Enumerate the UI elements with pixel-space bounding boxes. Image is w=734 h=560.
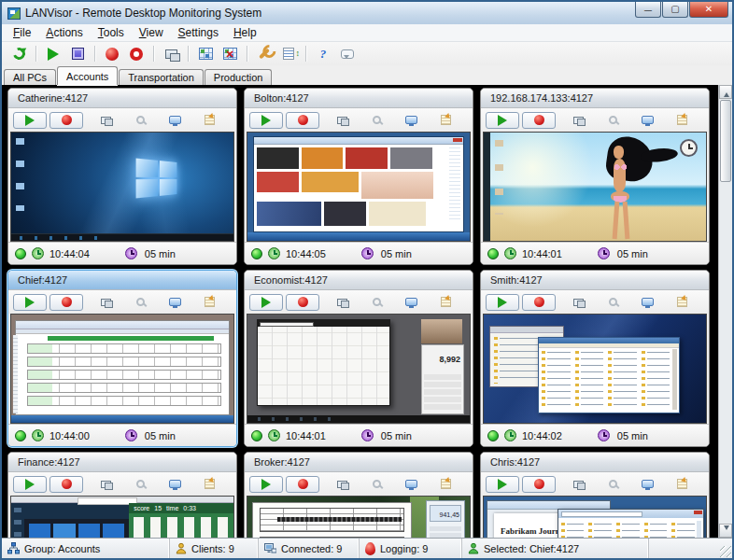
panel-zoom-button[interactable] [364, 476, 388, 493]
panel-connect-button[interactable] [330, 476, 354, 493]
menu-tools[interactable]: Tools [91, 25, 132, 40]
panel-zoom-button[interactable] [128, 112, 152, 129]
client-panel-chief[interactable]: Chief:4127 [7, 270, 237, 447]
panel-play-button[interactable] [13, 112, 47, 129]
desktop-thumbnail-finance[interactable]: score 15 time 0:33 [10, 496, 234, 538]
panel-play-button[interactable] [486, 294, 519, 311]
panel-zoom-button[interactable] [600, 476, 625, 493]
panel-monitor-button[interactable] [162, 476, 187, 493]
panel-play-button[interactable] [249, 294, 283, 311]
connect-button[interactable] [159, 44, 183, 64]
title-bar[interactable]: LANVisor - Remote Desktop Monitoring Sys… [2, 2, 732, 24]
client-panel-chris[interactable]: Chris:4127 Fabrikam Journal Organization… [480, 452, 710, 538]
panel-record-button[interactable] [522, 476, 556, 493]
tab-production[interactable]: Production [205, 69, 273, 85]
show-grid-button[interactable] [193, 44, 218, 64]
panel-zoom-button[interactable] [364, 112, 388, 129]
settings-button[interactable] [252, 44, 276, 64]
close-grid-button[interactable] [218, 44, 242, 64]
panel-title[interactable]: Broker:4127 [245, 453, 473, 472]
panel-play-button[interactable] [249, 476, 283, 493]
tab-transportation[interactable]: Transportation [119, 69, 204, 85]
client-panel-bolton[interactable]: Bolton:4127 [244, 88, 473, 265]
panel-notes-button[interactable] [197, 294, 221, 311]
panel-zoom-button[interactable] [600, 112, 625, 129]
panel-zoom-button[interactable] [364, 294, 388, 311]
start-recording-button[interactable] [100, 44, 124, 64]
maximize-button[interactable] [662, 2, 688, 18]
panel-record-button[interactable] [522, 112, 556, 129]
panel-zoom-button[interactable] [128, 476, 152, 493]
desktop-thumbnail-economist[interactable]: 8,992 [247, 314, 471, 424]
client-panel-smith[interactable]: Smith:4127 [480, 270, 710, 447]
panel-connect-button[interactable] [93, 294, 118, 311]
feedback-button[interactable] [335, 44, 360, 64]
panel-record-button[interactable] [49, 112, 83, 129]
desktop-thumbnail-chris[interactable]: Fabrikam Journal Organizational Realignm… [483, 496, 707, 538]
panel-connect-button[interactable] [566, 294, 590, 311]
panel-record-button[interactable] [49, 294, 83, 311]
panel-notes-button[interactable] [197, 476, 221, 493]
panel-record-button[interactable] [286, 476, 319, 493]
desktop-thumbnail-bolton[interactable] [247, 132, 471, 242]
desktop-thumbnail-chief[interactable] [10, 314, 234, 424]
scroll-up-button[interactable] [719, 85, 732, 99]
panel-notes-button[interactable] [670, 294, 694, 311]
panel-monitor-button[interactable] [162, 112, 187, 129]
panel-play-button[interactable] [13, 476, 47, 493]
resize-grip[interactable] [720, 546, 731, 557]
panel-connect-button[interactable] [93, 112, 118, 129]
start-viewing-button[interactable] [41, 44, 65, 64]
stop-viewing-button[interactable] [65, 44, 90, 64]
panel-monitor-button[interactable] [399, 294, 423, 311]
panel-title[interactable]: Chief:4127 [8, 271, 236, 290]
panel-play-button[interactable] [13, 294, 47, 311]
panel-notes-button[interactable] [197, 112, 221, 129]
help-button[interactable]: ? [311, 44, 335, 64]
panel-zoom-button[interactable] [600, 294, 625, 311]
stop-recording-button[interactable] [124, 44, 148, 64]
panel-title[interactable]: Catherine:4127 [8, 89, 236, 108]
panel-monitor-button[interactable] [162, 294, 187, 311]
client-panel-economist[interactable]: Economist:4127 8,992 [244, 270, 473, 447]
tab-all-pcs[interactable]: All PCs [4, 69, 56, 85]
client-panel-ip[interactable]: 192.168.174.133:4127 [480, 88, 710, 265]
menu-help[interactable]: Help [226, 25, 264, 40]
minimize-button[interactable] [635, 2, 661, 18]
panel-play-button[interactable] [486, 476, 519, 493]
client-panel-finance[interactable]: Finance:4127 score 15 [7, 452, 237, 538]
client-panel-broker[interactable]: Broker:4127 941,45 [244, 452, 473, 538]
panel-monitor-button[interactable] [399, 112, 423, 129]
scrollbar-thumb[interactable] [720, 100, 731, 182]
panel-connect-button[interactable] [566, 476, 590, 493]
panel-monitor-button[interactable] [635, 294, 659, 311]
panel-monitor-button[interactable] [635, 476, 659, 493]
panel-record-button[interactable] [286, 294, 319, 311]
panel-notes-button[interactable] [433, 112, 458, 129]
scroll-down-button[interactable] [719, 524, 732, 538]
panel-notes-button[interactable] [670, 112, 694, 129]
columns-button[interactable] [276, 44, 301, 64]
desktop-thumbnail-broker[interactable]: 941,45 [247, 496, 471, 538]
panel-connect-button[interactable] [566, 112, 590, 129]
panel-title[interactable]: 192.168.174.133:4127 [481, 89, 709, 108]
panel-title[interactable]: Economist:4127 [245, 271, 473, 290]
desktop-thumbnail-catherine[interactable] [10, 132, 234, 242]
panel-zoom-button[interactable] [128, 294, 152, 311]
panel-monitor-button[interactable] [399, 476, 423, 493]
panel-notes-button[interactable] [433, 294, 458, 311]
tab-accounts[interactable]: Accounts [57, 66, 118, 85]
panel-connect-button[interactable] [330, 294, 354, 311]
close-button[interactable] [689, 2, 728, 18]
desktop-thumbnail-beach[interactable] [483, 132, 707, 242]
client-panel-catherine[interactable]: Catherine:4127 10:44:04 [7, 88, 237, 265]
panel-record-button[interactable] [286, 112, 319, 129]
menu-file[interactable]: File [6, 25, 38, 40]
panel-connect-button[interactable] [93, 476, 118, 493]
panel-connect-button[interactable] [330, 112, 354, 129]
panel-play-button[interactable] [486, 112, 519, 129]
desktop-thumbnail-smith[interactable] [483, 314, 707, 424]
panel-title[interactable]: Finance:4127 [8, 453, 236, 472]
panel-play-button[interactable] [249, 112, 283, 129]
menu-view[interactable]: View [132, 25, 171, 40]
